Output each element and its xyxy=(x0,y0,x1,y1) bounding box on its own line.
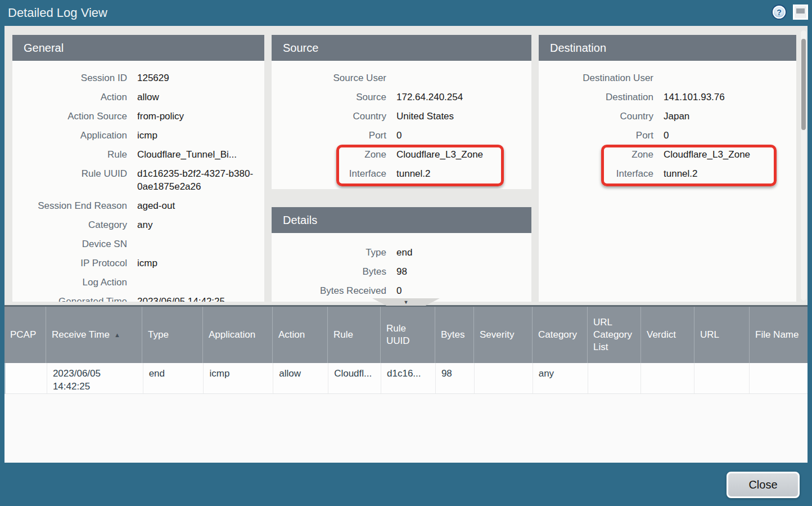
field-value: Japan xyxy=(664,110,796,123)
field-label: Bytes Received xyxy=(272,284,386,297)
field-label: Device SN xyxy=(12,238,127,250)
field-label: Port xyxy=(539,129,653,142)
field-row: Actionallow xyxy=(12,87,264,106)
column-header-rule[interactable]: Rule xyxy=(327,307,380,363)
dialog-title: Detailed Log View xyxy=(8,0,107,26)
field-value: allow xyxy=(137,91,264,104)
column-header-type[interactable]: Type xyxy=(142,307,202,363)
field-value xyxy=(664,71,796,84)
help-icon[interactable]: ? xyxy=(772,5,787,20)
field-value: 141.101.93.76 xyxy=(664,91,796,104)
column-header-url[interactable]: URL xyxy=(694,307,749,363)
details-panel-body: Typeend Bytes98 Bytes Received0 xyxy=(272,233,531,300)
field-label: Action xyxy=(12,91,127,104)
cell-bytes: 98 xyxy=(435,363,474,393)
column-header-action[interactable]: Action xyxy=(272,307,327,363)
field-label: Rule xyxy=(12,148,127,161)
field-row: Destination141.101.93.76 xyxy=(539,87,796,106)
sort-asc-icon: ▲ xyxy=(114,329,120,341)
field-row: IP Protocolicmp xyxy=(12,253,264,272)
field-value: Cloudflare_Tunnel_Bi... xyxy=(137,148,264,161)
field-value: 2023/06/05 14:42:25 xyxy=(137,295,264,302)
field-row: Source User xyxy=(272,68,531,87)
window-restore-icon[interactable] xyxy=(793,5,808,20)
field-value: icmp xyxy=(137,257,264,270)
close-button[interactable]: Close xyxy=(727,472,800,498)
field-value: 0 xyxy=(396,284,531,297)
field-value: 172.64.240.254 xyxy=(396,91,531,104)
field-row: RuleCloudflare_Tunnel_Bi... xyxy=(12,145,264,164)
panels-scrollbar-thumb[interactable] xyxy=(801,39,806,130)
column-header-bytes[interactable]: Bytes xyxy=(435,307,473,363)
field-row: Destination User xyxy=(539,68,796,87)
log-table-row[interactable]: 2023/06/05 14:42:25 end icmp allow Cloud… xyxy=(6,363,808,394)
column-header-severity[interactable]: Severity xyxy=(473,307,532,363)
field-row: Typeend xyxy=(272,243,531,262)
panels-scrollbar[interactable] xyxy=(801,30,806,301)
source-panel-body: Source User Source172.64.240.254 Country… xyxy=(272,61,531,183)
field-row: Rule UUIDd1c16235-b2f2-4327-b380-0ae1875… xyxy=(12,164,264,196)
field-label: Source User xyxy=(272,71,386,84)
field-row: Action Sourcefrom-policy xyxy=(12,106,264,126)
field-label: Destination User xyxy=(539,71,653,84)
title-bar: Detailed Log View ? xyxy=(0,0,812,26)
field-label: Action Source xyxy=(12,110,127,123)
cell-action: allow xyxy=(273,363,328,393)
cell-verdict xyxy=(640,363,694,393)
column-header-category[interactable]: Category xyxy=(532,307,587,363)
field-row: Session ID125629 xyxy=(12,68,264,87)
field-label: IP Protocol xyxy=(12,257,127,270)
field-label: Zone xyxy=(539,148,653,161)
field-value: 0 xyxy=(664,129,796,142)
general-panel: General Session ID125629 Actionallow Act… xyxy=(12,35,264,302)
column-header-verdict[interactable]: Verdict xyxy=(640,307,694,363)
field-label: Generated Time xyxy=(12,295,127,302)
cell-type: end xyxy=(143,363,204,393)
field-label: Zone xyxy=(272,148,386,161)
field-value xyxy=(396,71,531,84)
window-restore-icon-bar xyxy=(796,8,805,14)
field-row: Applicationicmp xyxy=(12,126,264,145)
column-header-receive-time[interactable]: Receive Time▲ xyxy=(46,307,142,363)
field-row: Bytes Received0 xyxy=(272,281,531,300)
field-row: Source172.64.240.254 xyxy=(272,87,531,106)
field-value: any xyxy=(137,218,264,231)
log-table: PCAP Receive Time▲ Type Application Acti… xyxy=(4,305,808,463)
field-label: Destination xyxy=(539,91,653,104)
column-header-pcap[interactable]: PCAP xyxy=(4,307,46,363)
cell-category: any xyxy=(533,363,588,393)
field-row: Generated Time2023/06/05 14:42:25 xyxy=(12,292,264,302)
field-value: 98 xyxy=(396,265,531,278)
column-header-application[interactable]: Application xyxy=(202,307,272,363)
field-value: 0 xyxy=(396,129,531,142)
field-label: Session ID xyxy=(12,71,127,84)
field-label: Country xyxy=(272,110,386,123)
field-row: Interfacetunnel.2 xyxy=(272,164,531,183)
cell-pcap xyxy=(6,363,47,393)
cell-rule: Cloudfl... xyxy=(328,363,381,393)
field-label: Source xyxy=(272,91,386,104)
details-panel: Details Typeend Bytes98 Bytes Received0 xyxy=(272,207,531,302)
chevron-down-icon: ▼ xyxy=(404,299,409,305)
field-value: 125629 xyxy=(137,71,264,84)
column-header-file-name[interactable]: File Name xyxy=(749,307,808,363)
log-table-header: PCAP Receive Time▲ Type Application Acti… xyxy=(4,307,808,363)
field-label: Application xyxy=(12,129,127,142)
field-value: aged-out xyxy=(137,199,264,212)
help-icon-glyph: ? xyxy=(773,6,786,19)
field-value: d1c16235-b2f2-4327-b380-0ae1875e2a26 xyxy=(137,167,264,193)
general-panel-body: Session ID125629 Actionallow Action Sour… xyxy=(12,61,264,302)
field-row: Log Action xyxy=(12,272,264,292)
column-header-rule-uuid[interactable]: Rule UUID xyxy=(380,307,435,363)
field-row: Categoryany xyxy=(12,215,264,234)
field-row: Interfacetunnel.2 xyxy=(539,164,796,183)
column-header-url-category-list[interactable]: URL Category List xyxy=(587,307,640,363)
field-value: from-policy xyxy=(137,110,264,123)
field-row: ZoneCloudflare_L3_Zone xyxy=(272,145,531,164)
field-row: CountryJapan xyxy=(539,106,796,126)
cell-rule-uuid: d1c16... xyxy=(381,363,435,393)
field-row: Port0 xyxy=(539,126,796,145)
field-value: United States xyxy=(396,110,531,123)
field-label: Interface xyxy=(539,167,653,180)
field-value: Cloudflare_L3_Zone xyxy=(396,148,531,161)
